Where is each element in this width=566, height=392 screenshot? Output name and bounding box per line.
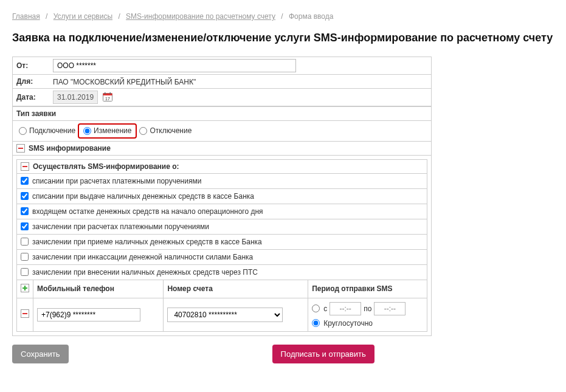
phone-input[interactable] xyxy=(37,308,140,322)
breadcrumb-sep: / xyxy=(46,12,47,21)
check-opt-2[interactable] xyxy=(21,207,29,215)
button-row: Сохранить Подписать и отправить xyxy=(12,345,432,363)
from-input[interactable] xyxy=(53,59,296,72)
sms-options-table: Осуществлять SMS-информирование о: списа… xyxy=(16,159,427,332)
save-button[interactable]: Сохранить xyxy=(12,345,69,363)
date-value: 31.01.2019 xyxy=(53,91,98,104)
request-type-label: Тип заявки xyxy=(13,106,431,121)
breadcrumb-current: Форма ввода xyxy=(289,12,333,21)
time-from-input[interactable] xyxy=(330,302,361,315)
page-title: Заявка на подключение/изменение/отключен… xyxy=(12,32,554,44)
calendar-icon[interactable]: 17 xyxy=(103,92,112,103)
check-label-1: списании при выдаче наличных денежных ср… xyxy=(32,192,254,201)
radio-change-input[interactable] xyxy=(83,127,91,135)
check-label-6: зачислении при внесении наличных денежны… xyxy=(32,268,258,277)
radio-disconnect-input[interactable] xyxy=(139,127,147,135)
check-label-4: зачислении при приеме наличных денежных … xyxy=(32,238,262,246)
check-label-5: зачислении при инкассации денежной налич… xyxy=(32,253,253,261)
period-allday-label: Круглосуточно xyxy=(323,319,373,328)
collapse-icon[interactable] xyxy=(21,162,29,171)
check-opt-6[interactable] xyxy=(21,268,29,276)
radio-change-label: Изменение xyxy=(94,126,131,135)
highlighted-change-option: Изменение xyxy=(78,123,137,139)
from-label: От: xyxy=(13,59,49,72)
svg-rect-2 xyxy=(105,92,106,94)
for-value: ПАО "МОСКОВСКИЙ КРЕДИТНЫЙ БАНК" xyxy=(53,78,196,86)
svg-rect-3 xyxy=(109,92,111,94)
add-column-header xyxy=(17,280,33,298)
check-opt-3[interactable] xyxy=(21,222,29,230)
breadcrumb-sep: / xyxy=(118,12,120,21)
breadcrumb-sep: / xyxy=(281,12,283,21)
check-opt-1[interactable] xyxy=(21,192,29,200)
phone-header: Мобильный телефон xyxy=(33,280,164,298)
submit-button[interactable]: Подписать и отправить xyxy=(272,345,374,363)
breadcrumb-link-services[interactable]: Услуги и сервисы xyxy=(53,12,112,21)
svg-rect-6 xyxy=(18,148,23,149)
request-type-group: Подключение Изменение Отключение xyxy=(13,121,431,142)
add-row-icon[interactable] xyxy=(21,286,29,294)
time-to-input[interactable] xyxy=(374,302,406,315)
svg-rect-13 xyxy=(22,313,27,314)
radio-disconnect[interactable]: Отключение xyxy=(137,125,194,136)
svg-rect-11 xyxy=(22,287,27,289)
period-header: Период отправки SMS xyxy=(308,280,427,298)
check-label-0: списании при расчетах платежными поручен… xyxy=(32,177,201,185)
check-label-2: входящем остатке денежных средств на нач… xyxy=(32,207,263,216)
breadcrumb: Главная / Услуги и сервисы / SMS-информи… xyxy=(12,12,554,21)
radio-connect[interactable]: Подключение xyxy=(16,125,78,136)
sms-section-title: SMS информирование xyxy=(29,144,111,153)
breadcrumb-link-sms[interactable]: SMS-информирование по расчетному счету xyxy=(126,12,275,21)
radio-change[interactable]: Изменение xyxy=(81,125,134,136)
svg-rect-8 xyxy=(22,166,27,167)
radio-connect-input[interactable] xyxy=(19,127,27,135)
table-row: 40702810 ********** с по Круглосуточно xyxy=(17,298,427,331)
date-label: Дата: xyxy=(13,91,49,104)
phone-table: Мобильный телефон Номер счета Период отп… xyxy=(17,280,427,331)
svg-text:17: 17 xyxy=(105,96,110,100)
breadcrumb-link-home[interactable]: Главная xyxy=(12,12,40,21)
radio-disconnect-label: Отключение xyxy=(150,126,192,135)
period-to-label: по xyxy=(364,304,371,313)
sms-section-header: SMS информирование xyxy=(13,142,431,156)
for-label: Для: xyxy=(13,75,49,88)
form-container: От: Для: ПАО "МОСКОВСКИЙ КРЕДИТНЫЙ БАНК"… xyxy=(12,57,432,336)
svg-rect-1 xyxy=(103,93,112,95)
inform-about-header: Осуществлять SMS-информирование о: xyxy=(33,162,179,171)
account-header: Номер счета xyxy=(164,280,308,298)
radio-connect-label: Подключение xyxy=(29,126,75,135)
check-opt-4[interactable] xyxy=(21,238,29,246)
period-allday-radio[interactable] xyxy=(312,319,320,327)
check-label-3: зачислении при расчетах платежными поруч… xyxy=(32,222,209,231)
period-from-label: с xyxy=(323,304,327,313)
check-opt-0[interactable] xyxy=(21,177,29,185)
check-opt-5[interactable] xyxy=(21,253,29,261)
account-select[interactable]: 40702810 ********** xyxy=(167,308,283,322)
period-range-radio[interactable] xyxy=(312,304,320,312)
remove-row-icon[interactable] xyxy=(21,311,29,320)
collapse-icon[interactable] xyxy=(16,144,25,153)
